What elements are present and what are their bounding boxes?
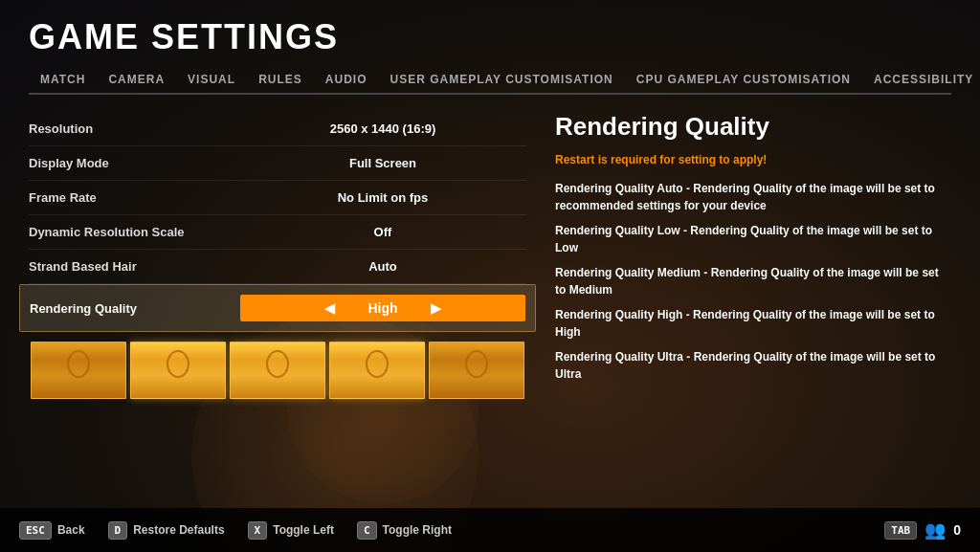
court-visualization	[29, 340, 526, 401]
rendering-quality-selector[interactable]: ◀ High ▶	[240, 295, 525, 321]
key-tab: TAB	[884, 521, 917, 540]
setting-value-dynamic-resolution: Off	[239, 225, 526, 239]
tab-user-gameplay[interactable]: USER GAMEPLAY CUSTOMISATION	[378, 67, 624, 95]
players-icon: 👥	[924, 519, 946, 541]
key-esc: ESC	[19, 521, 52, 540]
court-segment-2	[130, 342, 226, 399]
bottom-bar: ESC Back D Restore Defaults X Toggle Lef…	[0, 508, 980, 552]
tab-match[interactable]: MATCH	[29, 67, 97, 95]
tab-audio[interactable]: AUDIO	[314, 67, 379, 95]
setting-value-display-mode: Full Screen	[239, 156, 526, 170]
setting-row-rendering-quality[interactable]: Rendering Quality ◀ High ▶	[19, 284, 536, 332]
description-item-medium: Rendering Quality Medium - Rendering Qua…	[555, 264, 951, 298]
description-item-auto: Rendering Quality Auto - Rendering Quali…	[555, 180, 951, 214]
description-panel: Rendering Quality Restart is required fo…	[555, 112, 951, 401]
court-segment-4	[329, 342, 425, 399]
player-count: 0	[953, 522, 961, 538]
court-segment-5	[429, 342, 524, 399]
tab-camera[interactable]: CAMERA	[97, 67, 176, 95]
court-segment-3	[230, 342, 325, 399]
key-d: D	[108, 521, 128, 540]
setting-label-frame-rate: Frame Rate	[29, 190, 239, 205]
selector-arrow-left[interactable]: ◀	[324, 300, 335, 316]
action-restore-defaults[interactable]: D Restore Defaults	[108, 521, 225, 540]
setting-value-resolution: 2560 x 1440 (16:9)	[239, 121, 526, 136]
tab-cpu-gameplay[interactable]: CPU GAMEPLAY CUSTOMISATION	[625, 67, 862, 95]
action-toggle-left[interactable]: X Toggle Left	[248, 521, 334, 540]
description-item-high: Rendering Quality High - Rendering Quali…	[555, 306, 951, 341]
setting-value-frame-rate: No Limit on fps	[239, 190, 526, 205]
label-toggle-right: Toggle Right	[383, 523, 452, 537]
setting-row-resolution[interactable]: Resolution 2560 x 1440 (16:9)	[29, 112, 526, 146]
setting-label-strand-hair: Strand Based Hair	[29, 259, 239, 274]
settings-panel: Resolution 2560 x 1440 (16:9) Display Mo…	[29, 112, 526, 401]
setting-row-frame-rate[interactable]: Frame Rate No Limit on fps	[29, 181, 526, 215]
tab-visual[interactable]: VISUAL	[176, 67, 247, 95]
bottom-right: TAB 👥 0	[884, 519, 961, 541]
setting-label-resolution: Resolution	[29, 121, 239, 136]
setting-label-dynamic-resolution: Dynamic Resolution Scale	[29, 225, 239, 239]
key-x: X	[248, 521, 268, 540]
action-toggle-right[interactable]: C Toggle Right	[357, 521, 452, 540]
setting-label-rendering-quality: Rendering Quality	[30, 301, 240, 316]
setting-row-display-mode[interactable]: Display Mode Full Screen	[29, 146, 526, 181]
setting-value-strand-hair: Auto	[239, 259, 526, 274]
court-segment-1	[31, 342, 126, 399]
nav-tabs: MATCH CAMERA VISUAL RULES AUDIO USER GAM…	[29, 67, 951, 95]
selector-value-rendering-quality: High	[345, 300, 421, 316]
description-restart-warning: Restart is required for setting to apply…	[555, 151, 951, 168]
description-title: Rendering Quality	[555, 112, 951, 142]
tab-accessibility[interactable]: ACCESSIBILITY	[862, 67, 980, 95]
page-title: GAME SETTINGS	[29, 17, 951, 57]
description-item-low: Rendering Quality Low - Rendering Qualit…	[555, 222, 951, 256]
description-item-ultra: Rendering Quality Ultra - Rendering Qual…	[555, 348, 951, 383]
setting-row-dynamic-resolution[interactable]: Dynamic Resolution Scale Off	[29, 215, 526, 250]
label-toggle-left: Toggle Left	[273, 523, 334, 537]
selector-arrow-right[interactable]: ▶	[431, 300, 441, 316]
label-back: Back	[57, 523, 85, 537]
key-c: C	[357, 521, 377, 540]
setting-label-display-mode: Display Mode	[29, 156, 239, 170]
label-restore-defaults: Restore Defaults	[133, 523, 224, 537]
tab-rules[interactable]: RULES	[247, 67, 314, 95]
action-back[interactable]: ESC Back	[19, 521, 85, 540]
setting-row-strand-hair[interactable]: Strand Based Hair Auto	[29, 250, 526, 284]
